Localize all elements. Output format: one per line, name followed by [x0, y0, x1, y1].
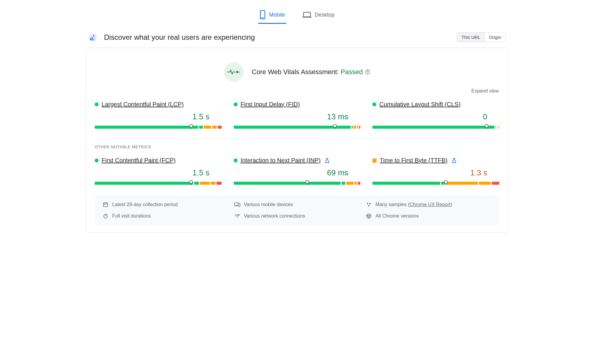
metric-value: 1.5 s: [95, 164, 222, 180]
percentile-marker: [444, 180, 448, 184]
divider: [95, 138, 499, 138]
status-dot: [234, 158, 238, 162]
metric-name-link[interactable]: Interaction to Next Paint (INP): [241, 157, 321, 164]
mobile-icon: [259, 10, 266, 19]
help-icon[interactable]: [365, 70, 370, 74]
flask-icon: [452, 158, 457, 163]
status-dot: [234, 102, 238, 106]
calendar-icon: [103, 202, 109, 208]
svg-rect-1: [262, 17, 264, 18]
tab-desktop[interactable]: Desktop: [301, 7, 336, 24]
svg-point-8: [93, 35, 94, 36]
metric-name-link[interactable]: First Contentful Paint (FCP): [102, 157, 176, 164]
device-tabs: Mobile Desktop: [86, 4, 508, 24]
svg-point-10: [239, 72, 240, 73]
vitals-panel: Core Web Vitals Assessment: Passed Expan…: [86, 48, 508, 233]
svg-rect-21: [234, 206, 239, 206]
metric-name-link[interactable]: Largest Contentful Paint (LCP): [102, 101, 184, 108]
metric-name-link[interactable]: Time to First Byte (TTFB): [380, 157, 447, 164]
metric-value: 0: [372, 108, 499, 124]
info-durations: Full visit durations: [103, 213, 228, 219]
svg-point-19: [104, 205, 105, 206]
distribution-bar: [234, 126, 361, 129]
info-network: Various network connections: [234, 213, 360, 219]
metric-value: 69 ms: [234, 164, 361, 180]
distribution-bar: [95, 182, 222, 185]
status-dot: [372, 102, 376, 106]
svg-rect-7: [93, 39, 94, 40]
expand-view-link[interactable]: Expand view: [95, 86, 499, 101]
svg-rect-2: [304, 12, 311, 17]
network-icon: [234, 213, 240, 219]
metric-value: 13 ms: [234, 108, 361, 124]
header-row: Discover what your real users are experi…: [86, 24, 508, 48]
core-metrics-grid: Largest Contentful Paint (LCP) 1.5 s Fir…: [95, 101, 499, 129]
percentile-marker: [485, 124, 488, 128]
svg-rect-15: [103, 203, 108, 207]
desktop-icon: [302, 11, 311, 18]
status-dot: [372, 158, 377, 163]
svg-rect-5: [90, 38, 91, 40]
metric-lcp: Largest Contentful Paint (LCP) 1.5 s: [95, 101, 222, 129]
devices-icon: [234, 202, 240, 208]
percentile-marker: [189, 124, 193, 128]
svg-point-23: [367, 203, 368, 204]
svg-rect-20: [235, 203, 238, 206]
percentile-marker: [189, 180, 193, 184]
metric-value: 1.5 s: [95, 108, 222, 124]
scope-this-url-button[interactable]: This URL: [457, 33, 485, 42]
metric-inp: Interaction to Next Paint (INP) 69 ms: [234, 157, 361, 185]
crux-icon: [88, 33, 97, 42]
distribution-bar: [95, 126, 222, 129]
stopwatch-icon: [103, 213, 109, 219]
metric-fid: First Input Delay (FID) 13 ms: [234, 101, 361, 129]
info-devices: Various mobile devices: [234, 202, 360, 208]
footer-info: Latest 28-day collection period Various …: [95, 196, 499, 225]
svg-point-30: [237, 217, 238, 218]
metric-fcp: First Contentful Paint (FCP) 1.5 s: [95, 157, 222, 185]
other-metrics-label: OTHER NOTABLE METRICS: [95, 145, 499, 149]
other-metrics-grid: First Contentful Paint (FCP) 1.5 s Inter…: [95, 157, 499, 185]
svg-rect-3: [302, 17, 311, 17]
info-samples: Many samples (Chrome UX Report): [366, 202, 491, 208]
chrome-icon: [366, 213, 372, 219]
assessment-banner: Core Web Vitals Assessment: Passed: [95, 55, 499, 86]
metric-name-link[interactable]: Cumulative Layout Shift (CLS): [379, 101, 460, 108]
flask-icon: [325, 158, 330, 163]
metric-value: 1.3 s: [372, 164, 499, 180]
scope-toggle: This URL Origin: [457, 32, 506, 42]
tab-mobile-label: Mobile: [269, 12, 285, 18]
status-dot: [95, 158, 99, 162]
svg-point-24: [369, 203, 371, 204]
scope-origin-button[interactable]: Origin: [485, 33, 505, 42]
svg-line-29: [107, 214, 108, 215]
crux-report-link[interactable]: Chrome UX Report: [409, 202, 450, 207]
tab-desktop-label: Desktop: [314, 12, 334, 18]
info-versions: All Chrome versions: [366, 213, 491, 219]
status-dot: [95, 102, 99, 106]
metric-ttfb: Time to First Byte (TTFB) 1.3 s: [372, 157, 499, 185]
samples-icon: [366, 202, 372, 208]
assessment-status: Passed: [341, 68, 363, 76]
svg-point-9: [236, 71, 238, 73]
distribution-bar: [372, 182, 499, 185]
distribution-bar: [372, 126, 499, 129]
tab-mobile[interactable]: Mobile: [258, 7, 286, 24]
svg-rect-6: [92, 37, 93, 40]
metric-cls: Cumulative Layout Shift (CLS) 0: [372, 101, 499, 129]
percentile-marker: [305, 180, 309, 184]
metric-name-link[interactable]: First Input Delay (FID): [241, 101, 300, 108]
assessment-text: Core Web Vitals Assessment: Passed: [252, 68, 370, 76]
info-period: Latest 28-day collection period: [103, 202, 228, 208]
page-title: Discover what your real users are experi…: [104, 33, 255, 42]
svg-point-25: [368, 205, 369, 206]
distribution-bar: [234, 182, 361, 185]
svg-point-12: [367, 73, 368, 74]
percentile-marker: [333, 124, 337, 128]
pulse-icon: [224, 62, 243, 82]
